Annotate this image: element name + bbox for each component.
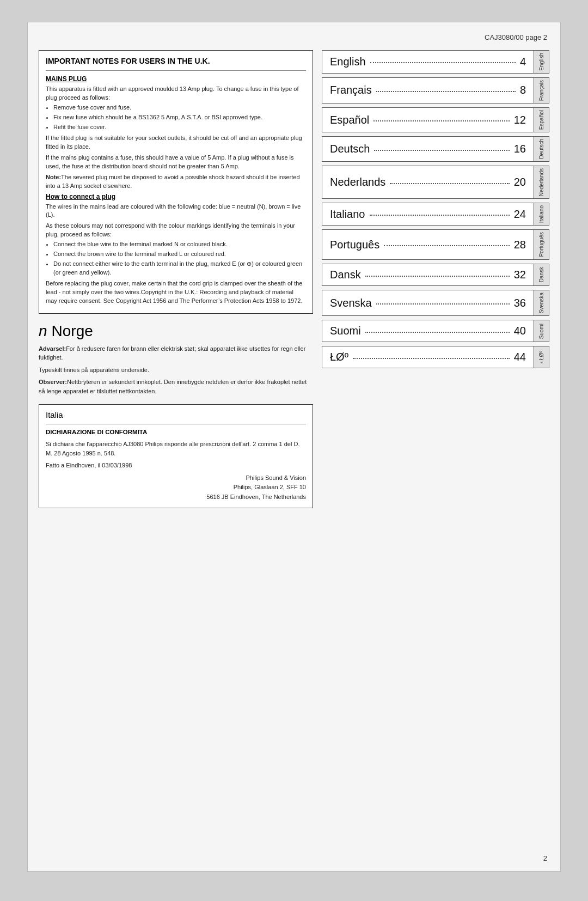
lang-name: English <box>330 56 366 68</box>
list-item: Connect the blue wire to the terminal ma… <box>53 240 306 249</box>
mains-plug-text1: This apparatus is fitted with an approve… <box>46 85 306 132</box>
lang-page-num: 16 <box>514 143 526 155</box>
norge-section: n Norge Advarsel:For å redusere faren fo… <box>39 322 313 396</box>
lang-name: Suomi <box>330 325 361 337</box>
lang-page-num: 32 <box>514 269 526 281</box>
norge-advarsel: Advarsel:For å redusere faren for brann … <box>39 344 313 362</box>
lang-name: ŁØº <box>330 351 348 363</box>
lang-entry: Português28Português <box>322 229 549 260</box>
lang-dots <box>390 183 509 184</box>
lang-tab: Français <box>534 77 549 104</box>
connect-text2: As these colours may not correspond with… <box>46 222 306 277</box>
main-content: IMPORTANT NOTES FOR USERS IN THE U.K. MA… <box>39 50 549 508</box>
lang-tab: Dansk <box>534 264 549 286</box>
lang-name: Português <box>330 239 379 251</box>
lang-dots <box>365 332 510 333</box>
lang-page-num: 8 <box>520 84 526 96</box>
lang-page-num: 36 <box>514 297 526 309</box>
lang-tab: English <box>534 50 549 74</box>
lang-tab: Deutsch <box>534 136 549 162</box>
italia-subtitle: DICHIARAZIONE DI CONFORMITA <box>46 429 306 435</box>
norge-observer: Observer:Nettbryteren er sekundert innko… <box>39 378 313 395</box>
lang-box: Español12 <box>322 107 534 132</box>
italia-text2: Fatto a Eindhoven, il 03/03/1998 <box>46 461 306 470</box>
norge-italic-n: n <box>39 322 47 340</box>
lang-box: Nederlands20 <box>322 166 534 199</box>
page-header: CAJ3080/00 page 2 <box>39 33 549 41</box>
lang-tab: Italiano <box>534 203 549 226</box>
address-line2: Philips, Glaslaan 2, SFF 10 <box>46 483 306 492</box>
lang-tab-text: Deutsch <box>538 139 544 159</box>
lang-dots <box>373 120 509 121</box>
lang-entry: Deutsch16Deutsch <box>322 136 549 162</box>
lang-tab-text: English <box>538 53 544 71</box>
lang-tab-text: Español <box>538 110 544 130</box>
lang-dots <box>374 150 509 151</box>
italia-title: Italia <box>46 410 306 419</box>
lang-tab-text: ‹ ŁØº <box>538 351 544 363</box>
mains-plug-bullets: Remove fuse cover and fuse. Fix new fuse… <box>53 104 306 132</box>
lang-entry: ŁØº44‹ ŁØº <box>322 346 549 368</box>
mains-plug-heading: MAINS PLUG <box>46 75 306 83</box>
list-item: Refit the fuse cover. <box>53 123 306 132</box>
lang-tab: Svenska <box>534 290 549 316</box>
mains-plug-text2: If the fitted plug is not suitable for y… <box>46 134 306 151</box>
lang-dots <box>353 358 510 359</box>
lang-dots <box>370 62 516 63</box>
lang-entry: Suomi40Suomi <box>322 320 549 342</box>
lang-box: Svenska36 <box>322 290 534 316</box>
lang-page-num: 12 <box>514 114 526 126</box>
left-column: IMPORTANT NOTES FOR USERS IN THE U.K. MA… <box>39 50 322 508</box>
lang-box: Deutsch16 <box>322 136 534 162</box>
lang-dots <box>365 276 510 277</box>
lang-name: Español <box>330 114 369 126</box>
lang-entry: Italiano24Italiano <box>322 203 549 226</box>
page-number-footer: 2 <box>543 854 547 862</box>
lang-entry: Nederlands20Nederlands <box>322 166 549 199</box>
lang-dots <box>384 245 510 246</box>
lang-tab-text: Português <box>538 232 544 257</box>
lang-box: Français8 <box>322 77 534 104</box>
lang-box: Português28 <box>322 229 534 260</box>
important-notes-box: IMPORTANT NOTES FOR USERS IN THE U.K. MA… <box>39 50 313 314</box>
note-label: Note: <box>46 174 61 180</box>
advarsel-label: Advarsel: <box>39 345 66 352</box>
connect-text1: The wires in the mains lead are coloured… <box>46 203 306 220</box>
lang-box: Italiano24 <box>322 203 534 226</box>
connect-bullets: Connect the blue wire to the terminal ma… <box>53 240 306 277</box>
lang-dots <box>376 91 516 92</box>
lang-box: Dansk32 <box>322 264 534 286</box>
italia-text1: Si dichiara che l'apparecchio AJ3080 Phi… <box>46 440 306 458</box>
document-page: CAJ3080/00 page 2 IMPORTANT NOTES FOR US… <box>27 22 561 872</box>
lang-page-num: 44 <box>514 351 526 363</box>
lang-dots <box>376 303 510 305</box>
lang-entry: Svenska36Svenska <box>322 290 549 316</box>
observer-label: Observer: <box>39 379 67 385</box>
lang-page-num: 4 <box>520 56 526 68</box>
italia-address: Philips Sound & Vision Philips, Glaslaan… <box>46 473 306 502</box>
lang-page-num: 28 <box>514 239 526 251</box>
address-line1: Philips Sound & Vision <box>46 473 306 483</box>
lang-tab: Español <box>534 107 549 132</box>
italia-box: Italia DICHIARAZIONE DI CONFORMITA Si di… <box>39 404 313 508</box>
lang-name: Dansk <box>330 269 361 281</box>
lang-tab-text: Italiano <box>538 205 544 223</box>
lang-name: Français <box>330 84 372 96</box>
italia-divider <box>46 424 306 424</box>
mains-plug-note: Note:The severed plug must be disposed t… <box>46 173 306 191</box>
how-to-connect-heading: How to connect a plug <box>46 193 306 200</box>
lang-page-num: 40 <box>514 325 526 337</box>
lang-name: Deutsch <box>330 143 370 155</box>
lang-name: Italiano <box>330 208 365 221</box>
header-text: CAJ3080/00 page 2 <box>485 33 547 41</box>
lang-tab: Suomi <box>534 320 549 342</box>
lang-entry: Dansk32Dansk <box>322 264 549 286</box>
lang-entry: Français8Français <box>322 77 549 104</box>
lang-tab-text: Dansk <box>538 267 544 282</box>
lang-box: English4 <box>322 50 534 74</box>
lang-name: Svenska <box>330 297 372 309</box>
lang-tab: Nederlands <box>534 166 549 199</box>
norge-typeskilt: Typeskilt finnes på apparatens underside… <box>39 366 313 375</box>
lang-tab: Português <box>534 229 549 260</box>
important-notes-title: IMPORTANT NOTES FOR USERS IN THE U.K. <box>46 56 306 66</box>
